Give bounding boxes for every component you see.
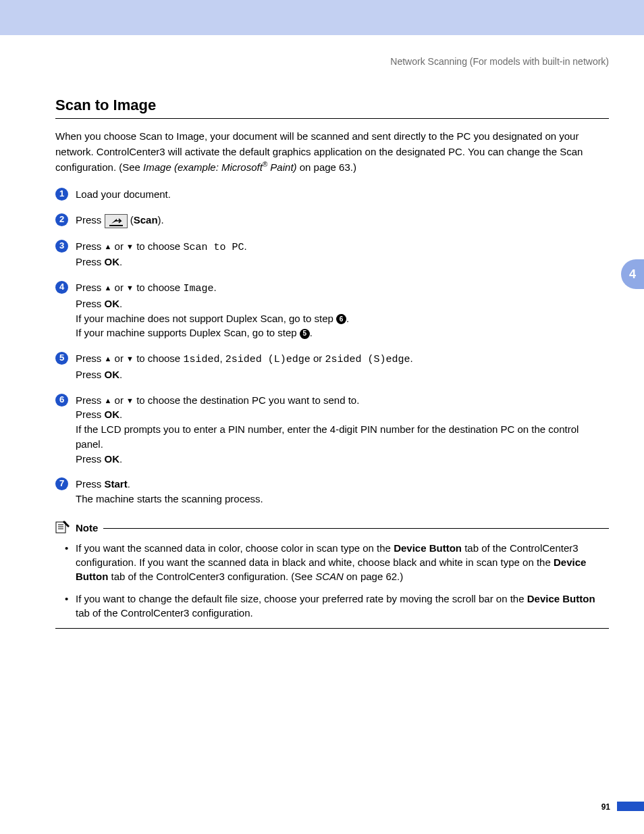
step-number-badge: 4 [55, 281, 68, 294]
step-5: 5 Press ▲ or ▼ to choose 1sided, 2sided … [55, 351, 609, 382]
note-list: If you want the scanned data in color, c… [55, 541, 609, 620]
note-rule-top [103, 528, 609, 529]
step-5-or: or [111, 353, 126, 364]
step-5-press: Press [76, 353, 105, 364]
step-1-text: Load your document. [76, 188, 171, 200]
up-triangle-icon: ▲ [105, 355, 112, 363]
step-2: 2 Press (Scan). [55, 213, 609, 228]
step-6-ok: OK [105, 409, 120, 420]
step-number-badge: 5 [55, 352, 68, 365]
section-title: Scan to Image [55, 95, 609, 119]
step-5-opt1: 1sided [183, 354, 219, 365]
step-4-option: Image [183, 283, 213, 294]
step-2-scan-label: Scan [134, 214, 158, 226]
svg-rect-0 [109, 225, 123, 226]
svg-rect-1 [56, 522, 65, 533]
step-6-line2a: Press [76, 409, 105, 420]
step-6-line4a: Press [76, 453, 105, 465]
step-2-paren-close: ). [158, 214, 164, 226]
down-triangle-icon: ▼ [126, 242, 134, 251]
note-rule-bottom [55, 628, 609, 629]
step-3-line2a: Press [76, 256, 105, 267]
step-number-badge: 1 [55, 188, 68, 201]
step-3-press: Press [76, 240, 105, 252]
step-7-start: Start [105, 478, 128, 490]
step-ref-6: 6 [336, 314, 346, 324]
step-5-line2a: Press [76, 369, 105, 380]
step-5-end: . [410, 353, 412, 364]
step-4-line2a: Press [76, 298, 105, 309]
note-item-1: If you want the scanned data in color, c… [69, 541, 609, 583]
page-body: Network Scanning (For models with built-… [0, 35, 644, 834]
step-3-choose: to choose [134, 240, 183, 252]
step-3-line2b: . [119, 256, 122, 267]
step-5-line2b: . [119, 369, 122, 380]
step-5-opt2: 2sided (L)edge [225, 354, 311, 365]
step-5-ok: OK [105, 369, 120, 380]
step-4-line4: If your machine supports Duplex Scan, go… [76, 327, 300, 338]
scan-icon [105, 214, 128, 228]
step-3-end: . [244, 240, 246, 252]
step-3-option: Scan to PC [183, 242, 244, 253]
step-number-badge: 3 [55, 240, 68, 253]
step-5-opt3: 2sided (S)edge [325, 354, 410, 365]
step-number-badge: 7 [55, 477, 68, 490]
top-bar [0, 0, 644, 35]
step-1: 1 Load your document. [55, 187, 609, 202]
step-7-end: . [128, 478, 130, 490]
page-number: 91 [601, 802, 610, 812]
step-5-choose: to choose [134, 353, 183, 364]
note-title: Note [76, 521, 98, 535]
intro-link-pre: Image (example: Microsoft [143, 161, 263, 173]
step-ref-5: 5 [300, 329, 310, 339]
step-number-badge: 6 [55, 394, 68, 407]
intro-text-2: on page 63.) [297, 161, 356, 173]
intro-link-post: Paint) [267, 161, 296, 173]
step-7-press: Press [76, 478, 105, 490]
down-triangle-icon: ▼ [126, 355, 134, 363]
step-3: 3 Press ▲ or ▼ to choose Scan to PC. Pre… [55, 239, 609, 270]
step-4-or: or [111, 282, 126, 293]
chapter-tab: 4 [621, 259, 644, 289]
page-number-tab [617, 802, 644, 811]
step-6-or: or [111, 394, 126, 406]
step-4-line2b: . [119, 298, 122, 309]
down-triangle-icon: ▼ [126, 284, 134, 292]
step-7-line2: The machine starts the scanning process. [76, 493, 263, 504]
running-header: Network Scanning (For models with built-… [55, 35, 609, 95]
step-4-line4end: . [310, 327, 313, 338]
step-6-line3: If the LCD prompts you to enter a PIN nu… [76, 423, 579, 450]
down-triangle-icon: ▼ [126, 396, 134, 405]
step-6-line4b: . [119, 453, 122, 465]
up-triangle-icon: ▲ [105, 284, 112, 292]
step-2-press: Press [76, 214, 105, 226]
step-4-choose: to choose [134, 282, 183, 293]
step-3-or: or [111, 240, 126, 252]
step-3-ok: OK [105, 256, 120, 267]
step-5-sep1: , [219, 353, 225, 364]
step-number-badge: 2 [55, 213, 68, 226]
step-4-press: Press [76, 282, 105, 293]
step-6-line2b: . [119, 409, 122, 420]
step-4-ok: OK [105, 298, 120, 309]
note-block: Note If you want the scanned data in col… [55, 520, 609, 629]
intro-paragraph: When you choose Scan to Image, your docu… [55, 128, 609, 176]
step-6-press: Press [76, 394, 105, 406]
up-triangle-icon: ▲ [105, 242, 112, 251]
step-6-ok4: OK [105, 453, 120, 465]
note-icon [55, 520, 70, 537]
step-4: 4 Press ▲ or ▼ to choose Image. Press OK… [55, 280, 609, 340]
note-item-2: If you want to change the default file s… [69, 592, 609, 620]
step-7: 7 Press Start. The machine starts the sc… [55, 477, 609, 506]
up-triangle-icon: ▲ [105, 396, 112, 405]
step-4-line3: If your machine does not support Duplex … [76, 313, 336, 324]
step-5-sep2: or [311, 353, 325, 364]
step-6-choose: to choose the destination PC you want to… [134, 394, 359, 406]
step-4-line3end: . [346, 313, 349, 324]
step-4-end: . [213, 282, 216, 293]
step-6: 6 Press ▲ or ▼ to choose the destination… [55, 393, 609, 467]
